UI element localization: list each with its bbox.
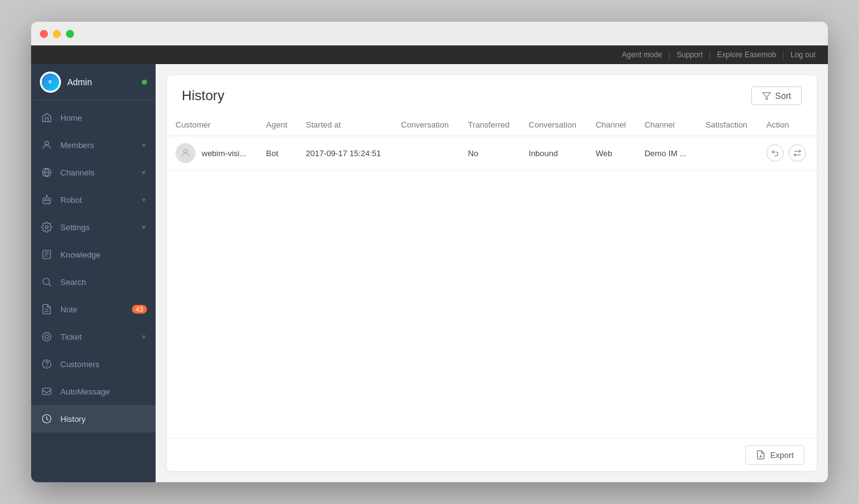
settings-icon (40, 220, 54, 234)
svg-rect-2 (43, 198, 50, 203)
separator-3: | (782, 50, 784, 59)
sidebar-item-channels[interactable]: Channels ▼ (31, 159, 156, 186)
robot-arrow: ▼ (141, 197, 147, 203)
agent-cell: Bot (258, 136, 298, 170)
history-footer: Export (167, 438, 817, 471)
sidebar-header: E Admin (31, 64, 156, 100)
members-icon (40, 138, 54, 152)
search-label: Search (60, 278, 147, 287)
separator-1: | (669, 50, 670, 59)
svg-point-12 (47, 366, 47, 366)
customer-cell: webim-visi... (167, 136, 258, 170)
svg-point-0 (45, 141, 49, 145)
ticket-arrow: ▼ (141, 334, 147, 340)
explore-link[interactable]: Explore Easemob (717, 50, 776, 59)
sidebar-item-knowledge[interactable]: Knowledge (31, 241, 156, 268)
reply-button[interactable] (766, 144, 784, 162)
channel2-cell: Demo IM ... (636, 136, 697, 170)
main-content: History Sort (156, 64, 828, 482)
note-label: Note (60, 305, 125, 314)
col-channel: Channel (587, 114, 636, 136)
history-panel: History Sort (167, 75, 817, 471)
sidebar-item-automessage[interactable]: AutoMessage (31, 378, 156, 405)
sidebar-navigation: Home Members ▼ (31, 100, 156, 482)
svg-marker-15 (763, 92, 771, 99)
export-label: Export (770, 450, 794, 460)
svg-point-4 (47, 200, 49, 201)
note-badge: 43 (132, 305, 147, 314)
avatar (176, 143, 195, 163)
action-cell (758, 136, 817, 170)
note-icon (40, 302, 54, 316)
sidebar-item-home[interactable]: Home (31, 104, 156, 131)
svg-point-9 (42, 332, 51, 341)
home-icon (40, 111, 54, 124)
svg-point-6 (45, 226, 49, 229)
sort-label: Sort (775, 91, 791, 101)
members-label: Members (60, 141, 134, 150)
close-button[interactable] (40, 30, 48, 38)
export-icon (756, 450, 766, 460)
col-conversation2: Conversation (520, 114, 587, 136)
agent-mode-link[interactable]: Agent mode (622, 50, 662, 59)
history-label: History (60, 414, 147, 424)
started-at-cell: 2017-09-17 15:24:51 (297, 136, 392, 170)
automessage-label: AutoMessage (60, 387, 147, 396)
support-link[interactable]: Support (677, 50, 703, 59)
sidebar-item-history[interactable]: History (31, 405, 156, 432)
sidebar-item-note[interactable]: Note 43 (31, 296, 156, 323)
satisfaction-cell (697, 136, 758, 170)
col-transferred: Transferred (459, 114, 520, 136)
table-row: webim-visi... Bot 2017-09-17 15:24:51 No… (167, 136, 817, 170)
separator-2: | (709, 50, 711, 59)
home-label: Home (60, 113, 147, 123)
channels-arrow: ▼ (141, 169, 147, 176)
robot-icon (40, 193, 54, 207)
inbound-cell: Inbound (520, 136, 587, 170)
export-button[interactable]: Export (745, 445, 804, 465)
ticket-label: Ticket (60, 332, 134, 342)
sort-button[interactable]: Sort (751, 86, 802, 105)
conversation-cell (392, 136, 459, 170)
channel-cell: Web (587, 136, 636, 170)
svg-point-3 (45, 200, 46, 201)
logout-link[interactable]: Log out (791, 50, 815, 59)
transferred-cell: No (459, 136, 520, 170)
top-navigation: Agent mode | Support | Explore Easemob |… (31, 45, 828, 64)
history-table-container: Customer Agent Started at Conversation T… (167, 114, 817, 438)
svg-point-10 (45, 335, 49, 338)
sidebar-item-robot[interactable]: Robot ▼ (31, 186, 156, 213)
members-arrow: ▼ (141, 142, 147, 149)
automessage-icon (40, 385, 54, 398)
transfer-button[interactable] (789, 144, 806, 162)
sidebar-item-settings[interactable]: Settings ▼ (31, 213, 156, 241)
svg-point-8 (43, 278, 50, 285)
col-action: Action (758, 114, 817, 136)
logo: E (40, 72, 61, 93)
col-satisfaction: Satisfaction (697, 114, 758, 136)
customers-label: Customers (60, 360, 147, 369)
ticket-icon (40, 330, 54, 343)
knowledge-icon (40, 248, 54, 261)
robot-label: Robot (60, 195, 134, 205)
filter-icon (762, 91, 771, 101)
svg-rect-7 (43, 250, 50, 259)
sidebar: E Admin (31, 64, 156, 482)
online-indicator (142, 80, 147, 85)
sidebar-item-members[interactable]: Members ▼ (31, 131, 156, 159)
settings-label: Settings (60, 223, 134, 232)
history-title: History (182, 88, 224, 104)
col-agent: Agent (258, 114, 298, 136)
titlebar (31, 22, 828, 45)
search-icon (40, 275, 54, 289)
sidebar-item-search[interactable]: Search (31, 268, 156, 296)
sidebar-item-ticket[interactable]: Ticket ▼ (31, 323, 156, 350)
col-customer: Customer (167, 114, 258, 136)
col-conversation: Conversation (392, 114, 459, 136)
maximize-button[interactable] (66, 30, 74, 38)
history-header: History Sort (167, 75, 817, 114)
customers-icon (40, 357, 54, 371)
minimize-button[interactable] (53, 30, 61, 38)
sidebar-item-customers[interactable]: Customers (31, 350, 156, 378)
logo-inner: E (42, 73, 59, 91)
